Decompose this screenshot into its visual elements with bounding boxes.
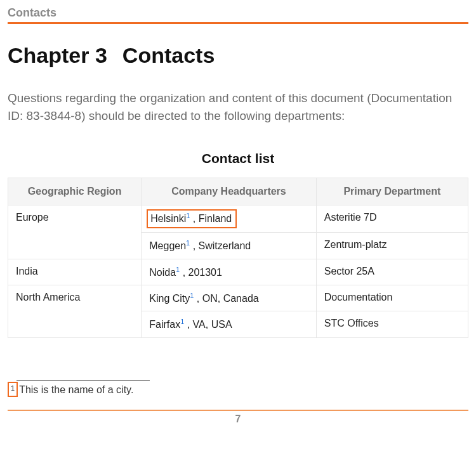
city-name: King City <box>149 293 190 304</box>
cell-hq: Fairfax1 , VA, USA <box>142 311 317 337</box>
header-rule <box>8 22 468 24</box>
chapter-title: Contacts <box>122 43 215 67</box>
table-header-row: Geographic Region Company Headquarters P… <box>8 178 468 205</box>
city-name: Noida <box>149 267 176 278</box>
table-row: India Noida1 , 201301 Sector 25A <box>8 259 468 285</box>
footnote-rule <box>17 380 150 381</box>
cell-hq: Noida1 , 201301 <box>142 259 317 285</box>
page-number: 7 <box>8 411 468 431</box>
running-head: Contacts <box>8 6 468 22</box>
cell-dept: STC Offices <box>316 311 468 337</box>
footnote-marker-highlight: 1 <box>8 382 18 397</box>
city-name: Fairfax <box>149 320 180 330</box>
cell-region: North America <box>8 285 142 338</box>
city-rest: , Finland <box>190 213 232 224</box>
footnote-block: 1 This is the name of a city. <box>8 380 468 397</box>
city-rest: , ON, Canada <box>194 293 258 304</box>
highlight-helsinki: Helsinki1 , Finland <box>147 209 237 228</box>
table-row: Europe Helsinki1 , Finland Asteritie 7D <box>8 205 468 233</box>
col-hq: Company Headquarters <box>142 178 317 205</box>
cell-dept: Zentrum-platz <box>316 233 468 259</box>
city-name: Helsinki <box>150 213 186 224</box>
cell-region: Europe <box>8 205 142 259</box>
cell-hq: Helsinki1 , Finland <box>142 205 317 233</box>
city-rest: , VA, USA <box>184 320 232 330</box>
table-row: North America King City1 , ON, Canada Do… <box>8 285 468 311</box>
col-dept: Primary Department <box>316 178 468 205</box>
col-region: Geographic Region <box>8 178 142 205</box>
city-name: Meggen <box>149 241 186 252</box>
cell-dept: Documentation <box>316 285 468 311</box>
footnote-text: This is the name of a city. <box>19 382 133 396</box>
chapter-heading: Chapter 3Contacts <box>8 43 468 68</box>
city-rest: , 201301 <box>180 267 222 278</box>
cell-hq: Meggen1 , Switzerland <box>142 233 317 259</box>
intro-paragraph: Questions regarding the organization and… <box>8 89 468 124</box>
cell-dept: Sector 25A <box>316 259 468 285</box>
table-caption: Contact list <box>8 151 468 166</box>
cell-dept: Asteritie 7D <box>316 205 468 233</box>
contact-table: Geographic Region Company Headquarters P… <box>8 178 468 338</box>
cell-hq: King City1 , ON, Canada <box>142 285 317 311</box>
city-rest: , Switzerland <box>190 241 251 252</box>
cell-region: India <box>8 259 142 285</box>
chapter-label: Chapter 3 <box>8 43 107 67</box>
